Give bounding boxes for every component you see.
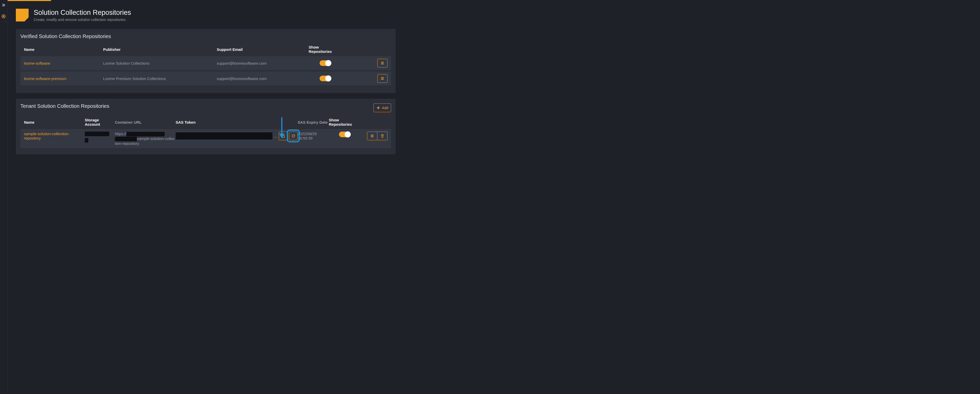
tenant-table-header: Name Storage Account Container URL SAS T… [21, 115, 391, 129]
copy-icon [281, 134, 285, 138]
refresh-sas-button[interactable] [289, 132, 298, 140]
sas-expiry-date: 2022/08/25 [298, 132, 329, 136]
details-button[interactable] [377, 59, 388, 67]
tenant-repos-table: Name Storage Account Container URL SAS T… [21, 115, 391, 148]
refresh-icon [291, 134, 295, 138]
verified-table-header: Name Publisher Support Email Show Reposi… [21, 42, 391, 56]
col-email: Support Email [217, 47, 309, 52]
show-repos-toggle[interactable] [320, 60, 331, 66]
redacted-storage [85, 132, 109, 136]
show-repos-toggle[interactable] [320, 76, 331, 81]
tenant-repos-heading: Tenant Solution Collection Repositories [21, 103, 109, 109]
sas-token-masked [176, 132, 272, 139]
list-icon [370, 134, 374, 138]
expand-rail-button[interactable] [2, 3, 6, 8]
tenant-table-row: sample-solution-collection-repository ht… [21, 129, 391, 148]
tenant-repos-panel: Tenant Solution Collection Repositories … [16, 99, 396, 154]
repo-link[interactable]: loome-software-premium [24, 77, 66, 81]
rail-divider [0, 21, 8, 22]
verified-table-row: loome-software Loome Solution Collection… [21, 56, 391, 70]
verified-table-row: loome-software-premium Loome Premium Sol… [21, 72, 391, 85]
row-actions [367, 132, 388, 140]
list-icon [380, 77, 385, 80]
page-header: Solution Collection Repositories Create,… [16, 9, 396, 22]
url-prefix: https:// [115, 132, 126, 136]
col-show: Show Repositories [329, 118, 360, 126]
show-repos-toggle[interactable] [339, 132, 350, 137]
add-repo-button[interactable]: Add [374, 104, 391, 112]
container-url: https:// sample-solution-collection-repo… [115, 132, 176, 146]
col-name: Name [24, 47, 103, 52]
sas-expiry-time: 16:50:39 [298, 136, 329, 140]
col-publisher: Publisher [103, 47, 217, 52]
col-expiry: SAS Expiry Date [298, 120, 329, 124]
page-title: Solution Collection Repositories [34, 9, 131, 17]
plus-circle-icon [2, 14, 6, 18]
left-rail [0, 0, 8, 394]
repo-publisher: Loome Solution Collections [103, 61, 217, 65]
repo-email: support@loomesoftware.com [217, 77, 309, 81]
trash-icon [380, 134, 385, 138]
col-storage: Storage Account [85, 118, 115, 126]
col-show: Show Repositories [309, 45, 342, 54]
copy-sas-button[interactable] [279, 132, 288, 140]
sas-ellipsis: ... [274, 134, 277, 138]
col-url: Container URL [115, 120, 176, 124]
verified-repos-panel: Verified Solution Collection Repositorie… [16, 29, 396, 93]
verified-repos-heading: Verified Solution Collection Repositorie… [21, 33, 391, 39]
page-icon-note [16, 9, 29, 21]
col-name: Name [24, 120, 85, 124]
details-button[interactable] [367, 132, 377, 140]
verified-repos-table: Name Publisher Support Email Show Reposi… [21, 42, 391, 85]
redacted-url-path [115, 137, 137, 141]
redacted-url-host [126, 132, 165, 136]
add-repo-label: Add [382, 106, 388, 110]
repo-email: support@loomesoftware.com [217, 61, 309, 65]
chevron-double-right-icon [2, 3, 6, 7]
top-accent-bar [0, 0, 51, 1]
add-shortcut-button[interactable] [2, 14, 6, 19]
plus-icon [376, 106, 380, 110]
details-button[interactable] [377, 74, 388, 83]
page-content: Solution Collection Repositories Create,… [8, 0, 401, 170]
redacted-storage [85, 138, 88, 143]
repo-publisher: Loome Premium Solution Collections [103, 77, 217, 81]
delete-button[interactable] [377, 132, 388, 140]
svg-rect-1 [282, 135, 285, 137]
col-sas: SAS Token [176, 120, 298, 124]
repo-link[interactable]: loome-software [24, 61, 50, 65]
repo-link[interactable]: sample-solution-collection-repository [24, 132, 70, 140]
sas-expiry: 2022/08/25 16:50:39 [298, 132, 329, 140]
page-subtitle: Create, modify and remove solution colle… [34, 18, 131, 22]
list-icon [380, 61, 385, 65]
